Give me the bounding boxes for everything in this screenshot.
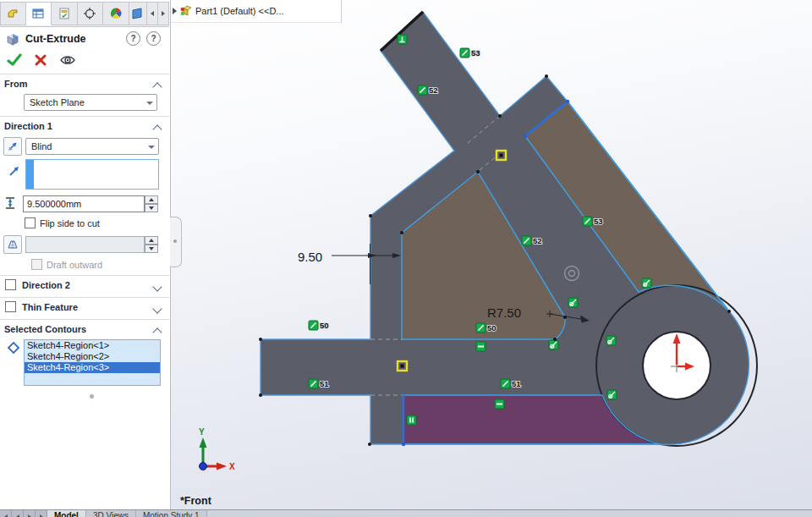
relation-callout[interactable]: 50: [320, 321, 329, 330]
relation-callout[interactable]: 53: [471, 48, 480, 58]
list-item[interactable]: Sketch4-Region<2>: [25, 351, 160, 362]
feature-tree-flyout[interactable]: Part1 (Default) <<D...: [171, 0, 342, 23]
spin-down-icon[interactable]: [145, 204, 158, 212]
divider: [0, 116, 169, 117]
whats-new-icon[interactable]: ?: [126, 31, 140, 46]
chevron-down-icon: [148, 146, 155, 149]
spin-up-icon[interactable]: [145, 195, 158, 204]
graphics-area[interactable]: 9.50 R7.50 53 52 53 52 50: [171, 0, 812, 509]
direction2-checkbox[interactable]: [5, 279, 16, 290]
direction1-label: Direction 1: [4, 121, 52, 131]
displaymanager-icon: [109, 7, 123, 20]
preview-eye-button[interactable]: [59, 54, 76, 66]
cancel-button[interactable]: [34, 53, 47, 67]
end-condition-select[interactable]: Blind: [25, 138, 159, 155]
section-thin-feature-header[interactable]: Thin Feature: [0, 300, 169, 316]
relation-callout[interactable]: 52: [429, 85, 438, 95]
chevron-up-icon[interactable]: [152, 124, 162, 134]
spin-up-icon[interactable]: [145, 236, 158, 245]
tangent-relation-icon[interactable]: [642, 278, 651, 288]
propertymanager-icon: [31, 7, 45, 20]
perpendicular-relation-icon[interactable]: [398, 35, 407, 44]
flip-side-checkbox[interactable]: [25, 217, 36, 228]
panel-splitter-handle[interactable]: [170, 217, 182, 267]
tab-featuremanager[interactable]: [0, 2, 26, 25]
width-dimension-text[interactable]: 9.50: [298, 250, 322, 264]
divider: [0, 319, 169, 320]
feature-title-row: Cut-Extrude ? ?: [0, 29, 169, 49]
flip-side-label[interactable]: Flip side to cut: [40, 218, 100, 228]
parallel-relation-icon[interactable]: [460, 48, 469, 58]
horizontal-relation-icon[interactable]: [476, 342, 486, 351]
panel-resize-handle[interactable]: [90, 394, 94, 399]
chevron-down-icon[interactable]: [152, 304, 162, 313]
tab-scroll-left-button[interactable]: [147, 2, 158, 25]
section-from-header[interactable]: From: [0, 77, 169, 92]
manager-tab-bar: [0, 2, 169, 27]
relation-callout[interactable]: 52: [533, 236, 542, 245]
tab-nav-last-button[interactable]: [36, 510, 47, 517]
tab-configurationmanager[interactable]: [52, 2, 78, 25]
chevron-down-icon[interactable]: [152, 282, 162, 291]
graphics-viewport[interactable]: 9.50 R7.50 53 52 53 52 50: [171, 0, 812, 509]
direction-selection-box[interactable]: [25, 159, 159, 190]
section-direction2-header[interactable]: Direction 2: [0, 278, 169, 294]
parallel-relation-icon[interactable]: [583, 217, 592, 226]
scroll-right-icon: [162, 11, 165, 16]
tab-displaymanager[interactable]: [103, 2, 129, 25]
list-item-selected[interactable]: Sketch4-Region<3>: [25, 362, 160, 373]
help-icon[interactable]: ?: [146, 31, 161, 46]
thin-feature-checkbox[interactable]: [5, 301, 16, 312]
section-direction1-header[interactable]: Direction 1: [0, 119, 169, 135]
tab-nav-next-button[interactable]: [24, 510, 36, 517]
flyout-expand-icon[interactable]: [173, 8, 177, 14]
tangent-relation-icon[interactable]: [606, 336, 616, 345]
parallel-relation-icon[interactable]: [309, 379, 318, 388]
parallel-relation-icon[interactable]: [309, 321, 318, 330]
tangent-relation-icon[interactable]: [568, 298, 578, 307]
draft-spinner[interactable]: [145, 236, 158, 253]
addin-tab-icon: [131, 7, 145, 20]
tab-dimxpertmanager[interactable]: [78, 2, 104, 25]
feature-tree-label[interactable]: Part1 (Default) <<D...: [195, 6, 284, 16]
thin-feature-label: Thin Feature: [22, 302, 78, 312]
chevron-up-icon[interactable]: [152, 327, 162, 337]
list-item[interactable]: Sketch4-Region<1>: [25, 340, 160, 351]
horizontal-relation-icon[interactable]: [495, 399, 504, 409]
direction2-label: Direction 2: [22, 280, 70, 290]
end-condition-value: Blind: [31, 141, 52, 151]
relation-callout[interactable]: 51: [512, 379, 521, 388]
tab-addin[interactable]: [129, 2, 148, 25]
relation-callout[interactable]: 50: [487, 323, 497, 333]
start-condition-select[interactable]: Sketch Plane: [24, 94, 157, 111]
scroll-left-icon: [151, 11, 154, 16]
parallel-relation-icon[interactable]: [418, 85, 427, 95]
chevron-up-icon[interactable]: [152, 82, 162, 91]
depth-input[interactable]: [23, 195, 145, 212]
tab-nav-prev-button[interactable]: [12, 510, 24, 517]
dimxpertmanager-icon: [83, 7, 96, 20]
section-selected-contours-header[interactable]: Selected Contours: [0, 322, 169, 338]
relation-callout[interactable]: 53: [594, 217, 603, 226]
radius-dimension-text[interactable]: R7.50: [487, 305, 521, 320]
parallel-relation-icon[interactable]: [501, 379, 510, 388]
tab-motion-study[interactable]: Motion Study 1: [136, 510, 207, 517]
tab-scroll-right-button[interactable]: [158, 2, 169, 25]
reverse-direction-button[interactable]: [3, 137, 22, 156]
tangent-relation-icon[interactable]: [607, 390, 617, 399]
ok-button[interactable]: [7, 53, 22, 67]
tab-model[interactable]: Model: [47, 510, 86, 517]
depth-spinner[interactable]: [145, 195, 158, 212]
tab-nav-first-button[interactable]: [0, 510, 12, 517]
parallel-relation-icon[interactable]: [476, 323, 486, 333]
tangent-relation-icon[interactable]: [549, 340, 558, 349]
tab-propertymanager[interactable]: [26, 2, 52, 25]
tab-3d-views[interactable]: 3D Views: [86, 510, 136, 517]
equal-relation-icon[interactable]: [407, 415, 416, 425]
selected-contours-list[interactable]: Sketch4-Region<1> Sketch4-Region<2> Sket…: [24, 339, 161, 386]
spin-down-icon[interactable]: [145, 245, 158, 253]
parallel-relation-icon[interactable]: [522, 236, 531, 245]
orientation-label: *Front: [180, 495, 212, 507]
relation-callout[interactable]: 51: [320, 379, 329, 388]
draft-button[interactable]: [3, 235, 22, 254]
